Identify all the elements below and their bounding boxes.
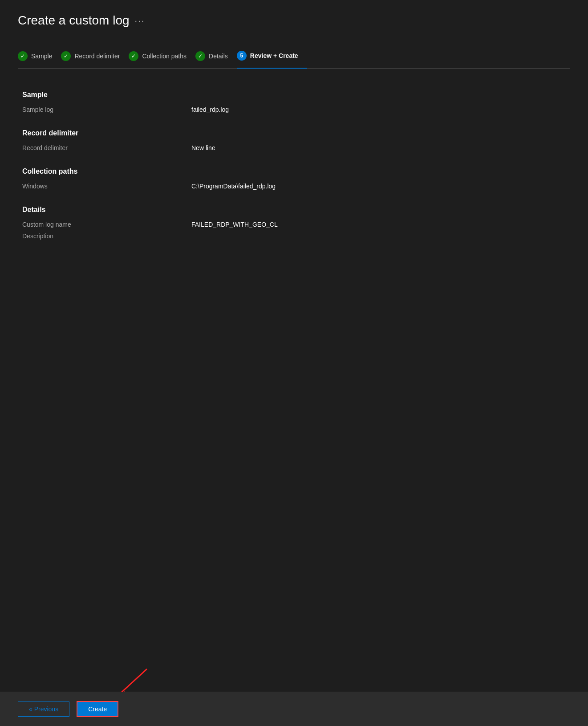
step-label-details: Details [209, 53, 228, 60]
description-row: Description [22, 232, 566, 240]
previous-button[interactable]: « Previous [18, 702, 69, 717]
record-delimiter-label: Record delimiter [22, 144, 191, 151]
create-button[interactable]: Create [77, 701, 118, 717]
step-label-collection-paths: Collection paths [142, 53, 187, 60]
step-label-sample: Sample [31, 53, 52, 60]
wizard-step-sample[interactable]: ✓ Sample [18, 46, 61, 68]
step-label-record-delimiter: Record delimiter [74, 53, 120, 60]
wizard-step-details[interactable]: ✓ Details [195, 46, 237, 68]
collection-paths-windows-value: C:\ProgramData\failed_rdp.log [191, 183, 276, 190]
step-icon-details: ✓ [195, 51, 205, 61]
custom-log-name-row: Custom log name FAILED_RDP_WITH_GEO_CL [22, 221, 566, 228]
description-label: Description [22, 232, 191, 240]
page-title: Create a custom log [18, 13, 130, 28]
content-area: Sample Sample log failed_rdp.log Record … [18, 91, 570, 240]
custom-log-name-value: FAILED_RDP_WITH_GEO_CL [191, 221, 278, 228]
svg-line-0 [120, 669, 147, 693]
collection-paths-windows-label: Windows [22, 183, 191, 190]
action-bar: « Previous Create [0, 692, 588, 726]
collection-paths-section: Collection paths Windows C:\ProgramData\… [22, 167, 566, 190]
step-icon-record-delimiter: ✓ [61, 51, 71, 61]
sample-section-title: Sample [22, 91, 566, 99]
step-icon-review-create: 5 [237, 51, 247, 61]
record-delimiter-section: Record delimiter Record delimiter New li… [22, 129, 566, 151]
wizard-steps: ✓ Sample ✓ Record delimiter ✓ Collection… [18, 45, 570, 69]
details-section-title: Details [22, 206, 566, 214]
step-label-review-create: Review + Create [250, 52, 298, 59]
step-icon-sample: ✓ [18, 51, 28, 61]
collection-paths-section-title: Collection paths [22, 167, 566, 175]
details-section: Details Custom log name FAILED_RDP_WITH_… [22, 206, 566, 240]
custom-log-name-label: Custom log name [22, 221, 191, 228]
wizard-step-review-create[interactable]: 5 Review + Create [237, 45, 307, 69]
step-icon-collection-paths: ✓ [129, 51, 138, 61]
wizard-step-record-delimiter[interactable]: ✓ Record delimiter [61, 46, 129, 68]
record-delimiter-value: New line [191, 144, 215, 151]
sample-log-label: Sample log [22, 106, 191, 113]
wizard-step-collection-paths[interactable]: ✓ Collection paths [129, 46, 195, 68]
collection-paths-windows-row: Windows C:\ProgramData\failed_rdp.log [22, 183, 566, 190]
record-delimiter-section-title: Record delimiter [22, 129, 566, 137]
sample-log-row: Sample log failed_rdp.log [22, 106, 566, 113]
header-menu-dots[interactable]: ··· [135, 16, 145, 26]
sample-log-value: failed_rdp.log [191, 106, 229, 113]
record-delimiter-row: Record delimiter New line [22, 144, 566, 151]
sample-section: Sample Sample log failed_rdp.log [22, 91, 566, 113]
